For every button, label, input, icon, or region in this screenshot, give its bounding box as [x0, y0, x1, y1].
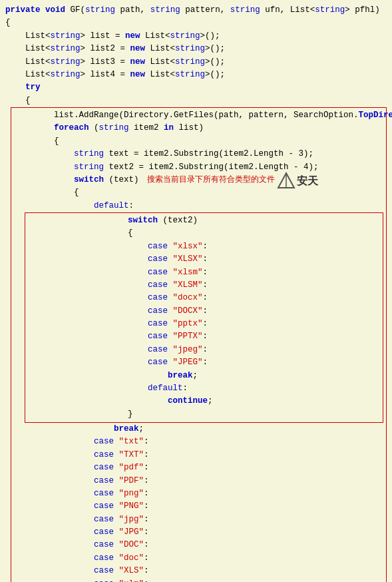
- code-line: switch (text2): [28, 214, 380, 227]
- code-line: case "XLSM":: [28, 279, 380, 292]
- annotation-text: 搜索当前目录下所有符合类型的文件: [147, 173, 275, 186]
- code-line: default:: [14, 200, 383, 212]
- code-line: continue;: [28, 395, 380, 408]
- code-container: private void GF(string path, string patt…: [0, 0, 392, 582]
- code-line: string text2 = item2.Substring(item2.Len…: [14, 161, 383, 174]
- code-line: case "doc":: [14, 552, 383, 565]
- code-line: {: [28, 227, 380, 240]
- code-line: List<string> list3 = new List<string>();: [5, 56, 387, 69]
- antiy-logo: 安天: [277, 172, 318, 190]
- code-line: case "TXT":: [14, 449, 383, 461]
- code-line-signature: private void GF(string path, string patt…: [5, 4, 387, 17]
- code-line: {: [5, 17, 387, 29]
- code-line: case "PDF":: [14, 475, 383, 487]
- code-line: string text = item2.Substring(item2.Leng…: [14, 148, 383, 160]
- code-line: case "jpeg":: [28, 344, 380, 356]
- code-line: case "JPG":: [14, 526, 383, 539]
- code-line: case "DOCX":: [28, 305, 380, 318]
- code-line: case "JPEG":: [28, 356, 380, 369]
- code-line: {: [14, 186, 383, 199]
- code-line: {: [14, 135, 383, 148]
- code-line: case "jpg":: [14, 513, 383, 526]
- code-line: List<string> list2 = new List<string>();: [5, 43, 387, 55]
- code-line: case "docx":: [28, 292, 380, 304]
- code-line: case "DOC":: [14, 539, 383, 551]
- code-line: case "xlsm":: [28, 266, 380, 279]
- antiy-logo-icon: [277, 172, 295, 190]
- code-line: try: [5, 81, 387, 94]
- code-line: foreach (string item2 in list): [14, 122, 383, 135]
- code-line: List<string> list = new List<string>();: [5, 30, 387, 43]
- code-line: case "XLSX":: [28, 253, 380, 266]
- code-line: case "pdf":: [14, 461, 383, 474]
- red-box-outer: list.AddRange(Directory.GetFiles(path, p…: [11, 107, 387, 582]
- code-line: case "png":: [14, 487, 383, 500]
- code-line: case "pptx":: [28, 318, 380, 330]
- code-line: break;: [28, 370, 380, 382]
- code-line: {: [5, 95, 387, 107]
- code-line: case "xlm":: [14, 578, 383, 583]
- code-line: list.AddRange(Directory.GetFiles(path, p…: [14, 109, 383, 122]
- red-box-inner: switch (text2) { case "xlsx": case "XLSX…: [25, 212, 383, 423]
- code-line: break;: [14, 423, 383, 436]
- code-line: case "PNG":: [14, 500, 383, 513]
- code-line: case "xlsx":: [28, 240, 380, 253]
- code-line: default:: [28, 382, 380, 395]
- code-line: case "txt":: [14, 436, 383, 448]
- logo-text: 安天: [297, 173, 318, 190]
- code-line: }: [28, 408, 380, 421]
- code-line: case "XLS":: [14, 565, 383, 577]
- code-line: case "PPTX":: [28, 330, 380, 343]
- code-line: List<string> list4 = new List<string>();: [5, 69, 387, 81]
